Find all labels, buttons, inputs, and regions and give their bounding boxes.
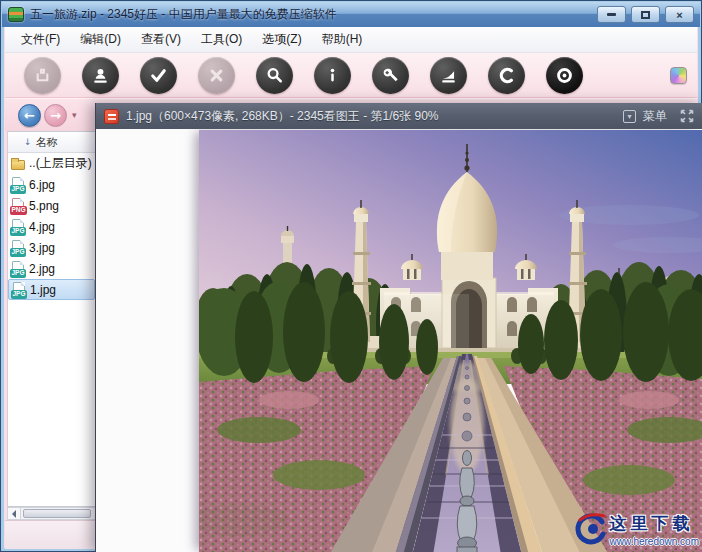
file-name: 5.png	[29, 199, 59, 213]
file-name: 3.jpg	[29, 241, 55, 255]
viewer-title: 1.jpg（600×473像素, 268KB）- 2345看图王 - 第1/6张…	[126, 108, 439, 125]
menubar: 文件(F) 编辑(D) 查看(V) 工具(O) 选项(Z) 帮助(H)	[5, 27, 697, 53]
convert-button[interactable]	[488, 57, 525, 94]
user-icon	[89, 64, 112, 87]
viewer-menu-button[interactable]: 菜单	[643, 108, 667, 125]
haozip-app-icon	[8, 7, 24, 22]
comment-button[interactable]	[430, 57, 467, 94]
png-file-icon: PNG	[11, 198, 26, 214]
maximize-button[interactable]	[631, 6, 660, 23]
jpg-file-icon: JPG	[11, 177, 26, 193]
main-titlebar: 五一旅游.zip - 2345好压 - 中国用户量最大的免费压缩软件 ×	[2, 2, 700, 27]
forward-button[interactable]: →	[44, 104, 67, 127]
file-list-panel: ↓ 名称 ..(上层目录) JPG 6.jpg PNG 5.png JPG 4.…	[7, 131, 96, 507]
horizontal-scrollbar[interactable]	[7, 507, 96, 520]
jpg-file-icon: JPG	[11, 219, 26, 235]
jpg-file-icon: JPG	[12, 282, 27, 298]
file-name: ..(上层目录)	[29, 155, 92, 172]
x-icon	[205, 64, 228, 87]
fullscreen-icon[interactable]	[680, 109, 694, 123]
file-row-6jpg[interactable]: JPG 6.jpg	[8, 174, 95, 195]
find-button[interactable]	[256, 57, 293, 94]
maximize-icon	[641, 11, 650, 19]
target-icon	[553, 64, 576, 87]
menu-file[interactable]: 文件(F)	[11, 28, 70, 51]
menu-edit[interactable]: 编辑(D)	[70, 28, 131, 51]
test-button[interactable]	[140, 57, 177, 94]
picture-viewer-app-icon	[104, 109, 119, 124]
menu-options[interactable]: 选项(Z)	[252, 28, 311, 51]
watermark-title: 这里下载	[610, 512, 699, 535]
extract-button[interactable]	[82, 57, 119, 94]
forward-arrow-icon: →	[50, 109, 61, 122]
history-dropdown-icon[interactable]: ▾	[72, 110, 77, 120]
file-row-1jpg-selected[interactable]: JPG 1.jpg	[8, 279, 95, 300]
heredown-logo-icon	[572, 510, 608, 548]
back-arrow-icon: ←	[24, 109, 35, 122]
wrench-icon	[379, 64, 402, 87]
repair-button[interactable]	[372, 57, 409, 94]
info-button[interactable]	[314, 57, 351, 94]
image-viewer-window: 1.jpg（600×473像素, 268KB）- 2345看图王 - 第1/6张…	[95, 103, 702, 552]
info-icon	[321, 64, 344, 87]
column-header-name[interactable]: ↓ 名称	[8, 132, 95, 153]
file-row-5png[interactable]: PNG 5.png	[8, 195, 95, 216]
file-row-4jpg[interactable]: JPG 4.jpg	[8, 216, 95, 237]
menu-help[interactable]: 帮助(H)	[312, 28, 373, 51]
jpg-file-icon: JPG	[11, 240, 26, 256]
scroll-left-arrow[interactable]	[8, 508, 21, 519]
file-row-2jpg[interactable]: JPG 2.jpg	[8, 258, 95, 279]
file-name: 4.jpg	[29, 220, 55, 234]
protect-button[interactable]	[546, 57, 583, 94]
add-archive-button[interactable]	[24, 57, 61, 94]
close-button[interactable]: ×	[665, 6, 694, 23]
scrollbar-thumb[interactable]	[23, 509, 91, 518]
file-name: 6.jpg	[29, 178, 55, 192]
file-row-parent-dir[interactable]: ..(上层目录)	[8, 153, 95, 174]
file-name: 1.jpg	[30, 283, 56, 297]
ramp-icon	[437, 64, 460, 87]
watermark-url[interactable]: www.heredown.com	[610, 536, 699, 547]
menu-dropdown-icon[interactable]: ▾	[623, 110, 636, 123]
letter-c-icon	[495, 64, 518, 87]
watermark: 这里下载 www.heredown.com	[572, 510, 699, 548]
minimize-button[interactable]	[597, 6, 626, 23]
viewer-titlebar: 1.jpg（600×473像素, 268KB）- 2345看图王 - 第1/6张…	[96, 103, 702, 129]
magnifier-icon	[263, 64, 286, 87]
file-name: 2.jpg	[29, 262, 55, 276]
jpg-file-icon: JPG	[11, 261, 26, 277]
delete-button[interactable]	[198, 57, 235, 94]
column-header-label: 名称	[36, 135, 58, 150]
close-icon: ×	[676, 9, 682, 21]
color-palette-icon[interactable]	[670, 67, 687, 84]
menu-view[interactable]: 查看(V)	[131, 28, 191, 51]
folder-icon	[11, 156, 26, 172]
check-icon	[147, 64, 170, 87]
taj-mahal-photo	[199, 130, 702, 552]
menu-tools[interactable]: 工具(O)	[191, 28, 252, 51]
minimize-icon	[607, 13, 616, 16]
back-button[interactable]: ←	[18, 104, 41, 127]
sort-descending-icon: ↓	[24, 137, 32, 147]
toolbar	[5, 53, 697, 98]
window-title: 五一旅游.zip - 2345好压 - 中国用户量最大的免费压缩软件	[30, 6, 337, 23]
file-row-3jpg[interactable]: JPG 3.jpg	[8, 237, 95, 258]
viewer-canvas	[96, 129, 702, 552]
open-box-icon	[31, 64, 54, 87]
